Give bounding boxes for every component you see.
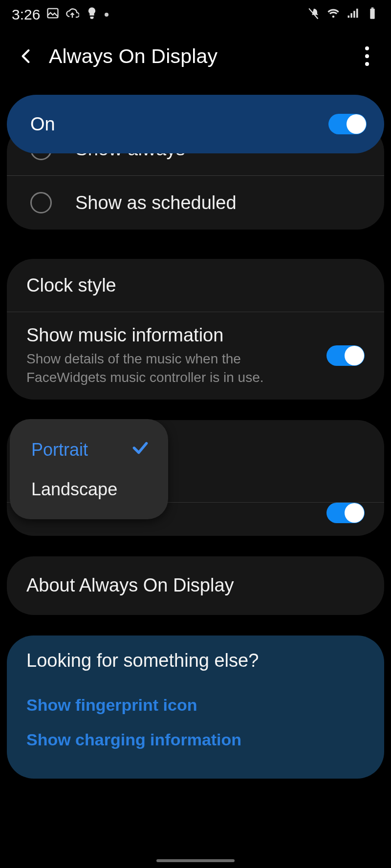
overflow-menu-button[interactable] [355,42,379,71]
clock-music-card: Clock style Show music information Show … [7,259,384,400]
status-right [307,6,379,23]
picture-icon [46,6,60,23]
dots-icon [365,46,369,50]
radio-icon [30,192,52,213]
orientation-option-portrait[interactable]: Portrait [10,430,168,470]
music-title: Show music information [26,325,319,346]
svg-rect-2 [371,7,374,8]
status-left: 3:26 [12,6,109,23]
radio-label: Show always [75,153,185,160]
chevron-left-icon [18,47,35,65]
popup-option-label: Landscape [31,479,117,500]
music-toggle-switch[interactable] [326,345,365,366]
radio-show-always[interactable]: Show always [7,153,384,176]
auto-brightness-toggle[interactable] [326,503,365,523]
about-card: About Always On Display [7,556,384,615]
looking-for-card: Looking for something else? Show fingerp… [7,635,384,779]
toggle-knob-icon [347,114,366,134]
popup-option-label: Portrait [31,440,88,460]
master-toggle-switch[interactable] [328,114,367,134]
check-icon [131,439,150,462]
radio-icon [30,153,52,160]
toggle-knob-icon [345,503,364,523]
link-show-charging-info[interactable]: Show charging information [26,722,365,757]
signal-icon [346,6,360,23]
status-time: 3:26 [12,6,40,23]
bulb-icon [85,6,99,23]
battery-icon [366,6,379,23]
link-show-fingerprint-icon[interactable]: Show fingerprint icon [26,688,365,722]
toggle-knob-icon [345,346,364,365]
vibrate-icon [307,6,321,23]
wifi-icon [326,6,340,23]
cloud-upload-icon [65,6,79,23]
clock-style-label: Clock style [26,275,357,296]
radio-label: Show as scheduled [75,192,237,213]
orientation-option-landscape[interactable]: Landscape [10,470,168,508]
back-button[interactable] [12,42,41,71]
show-music-row[interactable]: Show music information Show details of t… [7,312,384,400]
app-bar: Always On Display [0,29,391,83]
music-subtitle: Show details of the music when the FaceW… [26,350,319,387]
radio-show-scheduled[interactable]: Show as scheduled [7,176,384,230]
about-row[interactable]: About Always On Display [7,556,384,615]
clock-style-row[interactable]: Clock style [7,259,384,312]
svg-rect-1 [370,8,374,19]
about-label: About Always On Display [26,575,357,596]
master-toggle-row[interactable]: On [7,95,384,153]
orientation-popup: Portrait Landscape [10,419,168,519]
notification-dot-icon [105,13,109,17]
master-toggle-label: On [30,114,55,135]
looking-for-heading: Looking for something else? [26,650,365,671]
nav-indicator[interactable] [156,859,235,862]
status-bar: 3:26 [0,0,391,29]
page-title: Always On Display [49,45,217,68]
